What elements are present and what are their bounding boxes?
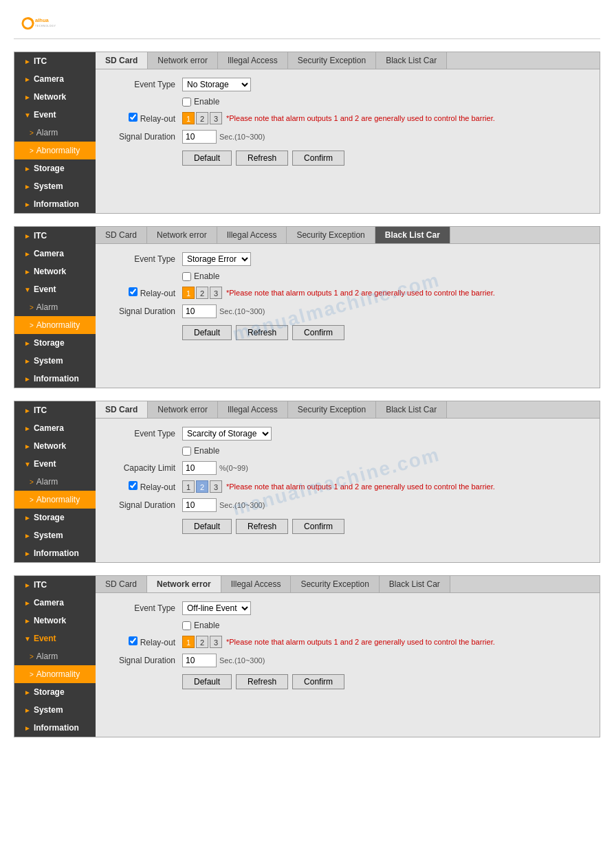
tab-networkerror[interactable]: Network error (148, 401, 218, 418)
refresh-button[interactable]: Refresh (236, 519, 288, 534)
sidebar-network[interactable]: ► Network (14, 612, 96, 630)
tab-securityexception[interactable]: Security Exception (291, 576, 379, 592)
sidebar-system[interactable]: ► System (14, 352, 96, 370)
relay-btn-3[interactable]: 3 (210, 480, 222, 493)
sidebar-abnormality[interactable]: > Abnormality (14, 665, 96, 683)
sidebar-information[interactable]: ► Information (14, 544, 96, 562)
event-type-select[interactable]: No Storage Storage Error Scarcity of Sto… (182, 427, 272, 441)
enable-checkbox[interactable] (182, 621, 191, 630)
confirm-button[interactable]: Confirm (292, 519, 344, 534)
sidebar-label: Alarm (36, 128, 58, 137)
signal-duration-input[interactable] (182, 654, 217, 667)
confirm-button[interactable]: Confirm (292, 325, 344, 340)
enable-checkbox[interactable] (182, 272, 191, 281)
confirm-button[interactable]: Confirm (292, 151, 344, 166)
relay-btn-3[interactable]: 3 (210, 636, 222, 648)
sidebar-abnormality[interactable]: > Abnormality (14, 142, 96, 159)
sidebar-storage[interactable]: ► Storage (14, 509, 96, 526)
relay-btn-2[interactable]: 2 (196, 287, 208, 299)
sidebar-itc[interactable]: ► ITC (14, 52, 96, 70)
sidebar-information[interactable]: ► Information (14, 370, 96, 388)
confirm-button[interactable]: Confirm (292, 674, 344, 689)
refresh-button[interactable]: Refresh (236, 325, 288, 340)
sidebar-itc[interactable]: ► ITC (14, 576, 96, 594)
tab-securityexception[interactable]: Security Exception (287, 227, 375, 243)
tab-networkerror[interactable]: Network error (147, 576, 221, 592)
relayout-checkbox[interactable] (129, 636, 138, 645)
capacity-input[interactable] (182, 461, 217, 475)
event-type-select[interactable]: No Storage Storage Error Scarcity of Sto… (182, 601, 251, 615)
tab-blacklistcar[interactable]: Black List Car (375, 227, 450, 243)
sidebar-camera[interactable]: ► Camera (14, 245, 96, 263)
sidebar-alarm[interactable]: > Alarm (14, 647, 96, 665)
sidebar-alarm[interactable]: > Alarm (14, 298, 96, 316)
enable-checkbox[interactable] (182, 98, 191, 107)
tab-blacklistcar[interactable]: Black List Car (376, 401, 447, 418)
sidebar-alarm[interactable]: > Alarm (14, 473, 96, 491)
tab-sdcard[interactable]: SD Card (96, 576, 147, 592)
tab-blacklistcar[interactable]: Black List Car (380, 576, 450, 592)
relay-btn-1[interactable]: 1 (182, 480, 195, 493)
sidebar-camera[interactable]: ► Camera (14, 594, 96, 612)
event-type-select[interactable]: No Storage Storage Error Scarcity of Sto… (182, 252, 251, 266)
tab-networkerror[interactable]: Network error (147, 227, 217, 243)
sidebar-system[interactable]: ► System (14, 526, 96, 544)
tab-sdcard[interactable]: SD Card (96, 227, 147, 243)
sidebar-camera[interactable]: ► Camera (14, 419, 96, 437)
default-button[interactable]: Default (182, 519, 232, 534)
relay-btn-3[interactable]: 3 (210, 287, 222, 299)
default-button[interactable]: Default (182, 151, 232, 166)
sidebar-alarm[interactable]: > Alarm (14, 124, 96, 142)
sidebar-itc[interactable]: ► ITC (14, 401, 96, 419)
tab-securityexception[interactable]: Security Exception (288, 52, 376, 69)
signal-duration-input[interactable] (182, 304, 217, 318)
sidebar-system[interactable]: ► System (14, 177, 96, 195)
sidebar-event[interactable]: ▼ Event (14, 630, 96, 647)
panel2-sidebar: ► ITC ► Camera ► Network ▼ Event > Ala (14, 227, 96, 388)
sidebar-label: Network (34, 92, 66, 102)
sidebar-network[interactable]: ► Network (14, 263, 96, 280)
relay-btn-1[interactable]: 1 (182, 112, 195, 124)
sidebar-storage[interactable]: ► Storage (14, 683, 96, 701)
relay-btn-3[interactable]: 3 (210, 112, 222, 124)
tab-illegalaccess[interactable]: Illegal Access (218, 52, 288, 69)
sidebar-system[interactable]: ► System (14, 701, 96, 719)
tab-networkerror[interactable]: Network error (148, 52, 218, 69)
sidebar-event[interactable]: ▼ Event (14, 455, 96, 473)
signal-duration-input[interactable] (182, 130, 217, 144)
tab-illegalaccess[interactable]: Illegal Access (217, 227, 287, 243)
sidebar-information[interactable]: ► Information (14, 195, 96, 213)
event-type-select[interactable]: No Storage Storage Error Scarcity of Sto… (182, 78, 251, 91)
tab-illegalaccess[interactable]: Illegal Access (218, 401, 288, 418)
tab-securityexception[interactable]: Security Exception (288, 401, 376, 418)
relay-btn-1[interactable]: 1 (182, 287, 195, 299)
relay-btn-1[interactable]: 1 (182, 636, 195, 648)
tab-sdcard[interactable]: SD Card (96, 401, 148, 418)
tab-blacklistcar[interactable]: Black List Car (376, 52, 447, 69)
relay-btn-2[interactable]: 2 (196, 480, 208, 493)
default-button[interactable]: Default (182, 674, 232, 689)
sidebar-information[interactable]: ► Information (14, 719, 96, 737)
sidebar-itc[interactable]: ► ITC (14, 227, 96, 245)
tab-sdcard[interactable]: SD Card (96, 52, 148, 69)
refresh-button[interactable]: Refresh (236, 151, 288, 166)
relayout-checkbox[interactable] (129, 287, 138, 296)
relayout-checkbox[interactable] (129, 113, 138, 122)
signal-duration-input[interactable] (182, 498, 217, 512)
sidebar-storage[interactable]: ► Storage (14, 334, 96, 352)
relay-btn-2[interactable]: 2 (196, 112, 208, 124)
sidebar-abnormality[interactable]: > Abnormality (14, 316, 96, 334)
sidebar-event[interactable]: ▼ Event (14, 280, 96, 298)
sidebar-abnormality[interactable]: > Abnormality (14, 491, 96, 509)
sidebar-storage[interactable]: ► Storage (14, 159, 96, 177)
default-button[interactable]: Default (182, 325, 232, 340)
relay-btn-2[interactable]: 2 (196, 636, 208, 648)
sidebar-event[interactable]: ▼ Event (14, 106, 96, 124)
sidebar-network[interactable]: ► Network (14, 437, 96, 455)
sidebar-camera[interactable]: ► Camera (14, 70, 96, 88)
tab-illegalaccess[interactable]: Illegal Access (221, 576, 292, 592)
relayout-checkbox[interactable] (129, 481, 138, 490)
enable-checkbox[interactable] (182, 447, 191, 456)
sidebar-network[interactable]: ► Network (14, 88, 96, 106)
refresh-button[interactable]: Refresh (236, 674, 288, 689)
